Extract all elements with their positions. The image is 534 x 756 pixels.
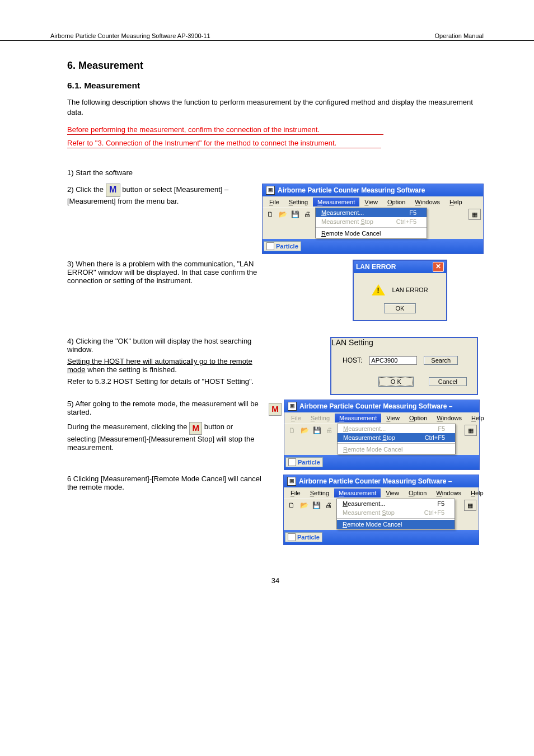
mdi-area: Particle bbox=[284, 530, 479, 544]
subsection-heading: 6.1. Measurement bbox=[67, 81, 484, 91]
step-6: 6 Clicking [Measurement]-[Remote Mode Ca… bbox=[67, 475, 263, 545]
chart-icon bbox=[266, 242, 274, 250]
host-input[interactable] bbox=[369, 356, 417, 365]
new-icon: 🗋 bbox=[287, 425, 298, 435]
save-icon[interactable]: 💾 bbox=[311, 500, 322, 510]
menu-file[interactable]: File bbox=[286, 489, 305, 497]
shortcut-f5: F5 bbox=[437, 500, 444, 507]
menu-option[interactable]: Option bbox=[383, 198, 410, 206]
print-icon[interactable]: 🖨 bbox=[302, 209, 313, 219]
particle-tab[interactable]: Particle bbox=[285, 532, 322, 542]
measurement-dropdown: Measurement... F5 Measurement Stop Ctrl+… bbox=[315, 208, 427, 238]
menu-view[interactable]: View bbox=[360, 198, 382, 206]
shortcut-f5: F5 bbox=[409, 209, 416, 216]
mdi-area: Particle bbox=[284, 455, 479, 469]
save-icon[interactable]: 💾 bbox=[289, 209, 301, 219]
menu-view[interactable]: View bbox=[382, 414, 404, 422]
chart-icon bbox=[288, 533, 296, 541]
step-2: 2) Click the M button or select [Measure… bbox=[67, 184, 262, 254]
measurement-dropdown: Measurement... F5 Measurement Stop Ctrl+… bbox=[337, 424, 456, 454]
caution-line-2: Refer to "3. Connection of the Instrumen… bbox=[67, 139, 381, 148]
window-title: Airborne Particle Counter Measuring Soft… bbox=[299, 477, 452, 485]
app-window-3: ▣ Airborne Particle Counter Measuring So… bbox=[283, 475, 479, 545]
menu-file[interactable]: File bbox=[265, 198, 284, 206]
grid-icon[interactable]: ▦ bbox=[469, 209, 481, 220]
menu-help[interactable]: Help bbox=[467, 414, 489, 422]
page-header: Airborne Particle Counter Measuring Soft… bbox=[0, 0, 534, 41]
menu-measurement[interactable]: Measurement bbox=[334, 489, 381, 497]
particle-tab[interactable]: Particle bbox=[264, 241, 301, 251]
menu-item-remote-cancel[interactable]: Remote Mode Cancel bbox=[337, 520, 455, 529]
new-icon[interactable]: 🗋 bbox=[286, 500, 297, 510]
app-window-1: ▣ Airborne Particle Counter Measuring So… bbox=[262, 184, 484, 254]
lan-error-titlebar: LAN ERROR ✕ bbox=[354, 261, 446, 273]
chart-icon bbox=[288, 458, 296, 466]
menu-item-measurement[interactable]: Measurement... F5 bbox=[316, 208, 427, 217]
titlebar: ▣ Airborne Particle Counter Measuring So… bbox=[284, 400, 479, 412]
ok-button[interactable]: O K bbox=[379, 377, 413, 386]
menu-item-stop[interactable]: Measurement Stop Ctrl+F5 bbox=[338, 433, 455, 442]
open-icon[interactable]: 📂 bbox=[277, 209, 288, 219]
mdi-area: Particle bbox=[263, 239, 483, 253]
intro-paragraph: The following description shows the func… bbox=[67, 97, 484, 118]
shortcut-f5: F5 bbox=[438, 425, 445, 432]
menu-item-remote-cancel: Remote Mode Cancel bbox=[338, 445, 455, 454]
menu-measurement[interactable]: Measurement bbox=[335, 414, 381, 422]
window-title: Airborne Particle Counter Measuring Soft… bbox=[299, 402, 452, 410]
caution-line-1: Before performing the measurement, confi… bbox=[67, 125, 383, 135]
menu-item-stop: Measurement Stop Ctrl+F5 bbox=[337, 508, 455, 517]
particle-tab[interactable]: Particle bbox=[285, 457, 323, 467]
grid-icon[interactable]: ▦ bbox=[465, 425, 477, 436]
window-title: Airborne Particle Counter Measuring Soft… bbox=[278, 186, 425, 194]
lan-error-title: LAN ERROR bbox=[356, 263, 396, 271]
titlebar: ▣ Airborne Particle Counter Measuring So… bbox=[284, 475, 479, 487]
m-icon[interactable]: M bbox=[106, 184, 120, 197]
menubar: File Setting Measurement View Option Win… bbox=[263, 196, 483, 208]
lan-error-text: LAN ERROR bbox=[392, 287, 428, 293]
menu-option[interactable]: Option bbox=[404, 489, 431, 497]
toolbar: 🗋 📂 💾 🖨 bbox=[263, 208, 315, 238]
menu-measurement[interactable]: Measurement bbox=[313, 198, 359, 206]
close-icon[interactable]: ✕ bbox=[433, 262, 444, 272]
menu-setting[interactable]: Setting bbox=[284, 198, 312, 206]
menu-windows[interactable]: Windows bbox=[432, 414, 466, 422]
step-3: 3) When there is a problem with the comm… bbox=[67, 260, 263, 321]
step-4b-link: 5.3.2 HOST Setting bbox=[95, 377, 158, 386]
menu-help[interactable]: Help bbox=[466, 489, 488, 497]
page-number: 34 bbox=[67, 576, 484, 585]
menu-item-measurement: Measurement... F5 bbox=[338, 424, 455, 433]
section-title: Measurement bbox=[78, 60, 143, 71]
header-right: Operation Manual bbox=[435, 32, 484, 39]
host-label: HOST: bbox=[343, 356, 362, 364]
lan-setting-titlebar: LAN Setting bbox=[331, 338, 477, 347]
step-4: 4) Clicking the "OK" button will display… bbox=[67, 337, 263, 395]
m-icon-stop[interactable]: M bbox=[189, 422, 202, 435]
step-5: 5) After going to the remote mode, the m… bbox=[67, 400, 263, 470]
open-icon: 📂 bbox=[299, 425, 310, 435]
step-1: 1) Start the software bbox=[67, 168, 484, 177]
app-icon: ▣ bbox=[287, 477, 296, 486]
header-left: Airborne Particle Counter Measuring Soft… bbox=[50, 32, 210, 39]
menu-view[interactable]: View bbox=[381, 489, 404, 497]
open-icon[interactable]: 📂 bbox=[298, 500, 310, 510]
lan-error-dialog: LAN ERROR ✕ LAN ERROR OK bbox=[353, 260, 447, 321]
section-number: 6. bbox=[67, 60, 76, 71]
print-icon[interactable]: 🖨 bbox=[323, 500, 334, 510]
menu-item-remote-cancel[interactable]: Remote Mode Cancel bbox=[316, 229, 427, 238]
menu-item-measurement[interactable]: Measurement... F5 bbox=[337, 499, 455, 508]
grid-icon[interactable]: ▦ bbox=[464, 500, 476, 511]
menu-windows[interactable]: Windows bbox=[432, 489, 466, 497]
menu-windows[interactable]: Windows bbox=[410, 198, 444, 206]
measurement-dropdown: Measurement... F5 Measurement Stop Ctrl+… bbox=[336, 499, 455, 529]
titlebar: ▣ Airborne Particle Counter Measuring So… bbox=[263, 184, 483, 196]
menu-help[interactable]: Help bbox=[445, 198, 467, 206]
menu-setting: Setting bbox=[306, 414, 334, 422]
menu-setting[interactable]: Setting bbox=[306, 489, 334, 497]
menu-option[interactable]: Option bbox=[405, 414, 432, 422]
app-icon: ▣ bbox=[266, 186, 275, 195]
menu-file: File bbox=[287, 414, 306, 422]
search-button[interactable]: Search bbox=[424, 356, 458, 365]
cancel-button[interactable]: Cancel bbox=[429, 377, 467, 386]
new-icon[interactable]: 🗋 bbox=[265, 209, 276, 219]
ok-button[interactable]: OK bbox=[384, 303, 416, 313]
